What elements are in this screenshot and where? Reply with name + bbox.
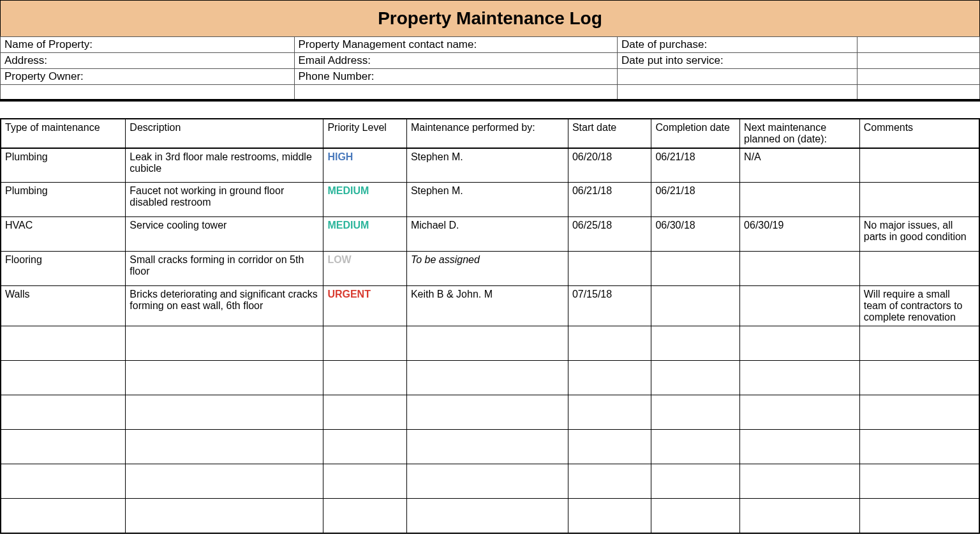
info-name-of-property[interactable]: Name of Property:	[1, 37, 295, 53]
cell-empty[interactable]	[740, 430, 860, 464]
cell-priority[interactable]: MEDIUM	[323, 183, 407, 217]
cell-type[interactable]: Walls	[1, 286, 126, 326]
cell-empty[interactable]	[568, 464, 651, 499]
cell-type[interactable]: Plumbing	[1, 183, 126, 217]
cell-description[interactable]: Small cracks forming in corridor on 5th …	[126, 252, 323, 286]
cell-empty[interactable]	[651, 464, 740, 499]
cell-empty[interactable]	[651, 430, 740, 464]
cell-comments[interactable]: No major issues, all parts in good condi…	[859, 217, 979, 252]
cell-empty[interactable]	[406, 499, 568, 533]
cell-empty[interactable]	[1, 430, 126, 464]
cell-priority[interactable]: MEDIUM	[323, 217, 407, 252]
cell-empty[interactable]	[1, 499, 126, 533]
cell-empty[interactable]	[323, 395, 407, 430]
cell-empty[interactable]	[126, 361, 323, 395]
cell-empty[interactable]	[740, 395, 860, 430]
cell-type[interactable]: HVAC	[1, 217, 126, 252]
info-email[interactable]: Email Address:	[294, 53, 618, 69]
cell-performed-by[interactable]: Michael D.	[406, 217, 568, 252]
info-blank[interactable]	[294, 85, 618, 100]
cell-start-date[interactable]: 06/20/18	[568, 148, 651, 183]
cell-empty[interactable]	[740, 499, 860, 533]
cell-empty[interactable]	[859, 326, 979, 361]
info-date-service[interactable]: Date put into service:	[618, 53, 858, 69]
cell-comments[interactable]	[859, 148, 979, 183]
cell-start-date[interactable]: 06/25/18	[568, 217, 651, 252]
cell-priority[interactable]: URGENT	[323, 286, 407, 326]
cell-empty[interactable]	[1, 326, 126, 361]
cell-empty[interactable]	[323, 464, 407, 499]
cell-comments[interactable]: Will require a small team of contractors…	[859, 286, 979, 326]
cell-comments[interactable]	[859, 252, 979, 286]
cell-comments[interactable]	[859, 183, 979, 217]
info-blank[interactable]	[858, 85, 980, 100]
cell-empty[interactable]	[651, 499, 740, 533]
cell-empty[interactable]	[651, 395, 740, 430]
cell-empty[interactable]	[651, 361, 740, 395]
cell-next-maintenance[interactable]	[740, 252, 860, 286]
cell-empty[interactable]	[323, 361, 407, 395]
info-blank[interactable]	[858, 69, 980, 85]
info-blank[interactable]	[858, 37, 980, 53]
cell-empty[interactable]	[568, 326, 651, 361]
info-owner[interactable]: Property Owner:	[1, 69, 295, 85]
cell-empty[interactable]	[859, 361, 979, 395]
cell-empty[interactable]	[406, 464, 568, 499]
cell-completion-date[interactable]	[651, 252, 740, 286]
cell-empty[interactable]	[859, 464, 979, 499]
cell-empty[interactable]	[1, 361, 126, 395]
cell-performed-by[interactable]: Stephen M.	[406, 183, 568, 217]
cell-empty[interactable]	[1, 464, 126, 499]
cell-next-maintenance[interactable]	[740, 286, 860, 326]
cell-description[interactable]: Service cooling tower	[126, 217, 323, 252]
cell-empty[interactable]	[406, 395, 568, 430]
cell-performed-by[interactable]: Stephen M.	[406, 148, 568, 183]
info-blank[interactable]	[618, 69, 858, 85]
cell-performed-by[interactable]: To be assigned	[406, 252, 568, 286]
info-blank[interactable]	[858, 53, 980, 69]
cell-empty[interactable]	[126, 464, 323, 499]
cell-empty[interactable]	[406, 326, 568, 361]
cell-next-maintenance[interactable]	[740, 183, 860, 217]
cell-next-maintenance[interactable]: 06/30/19	[740, 217, 860, 252]
cell-empty[interactable]	[740, 464, 860, 499]
cell-completion-date[interactable]: 06/21/18	[651, 183, 740, 217]
cell-empty[interactable]	[740, 326, 860, 361]
info-date-of-purchase[interactable]: Date of purchase:	[618, 37, 858, 53]
cell-empty[interactable]	[568, 499, 651, 533]
cell-empty[interactable]	[568, 430, 651, 464]
cell-empty[interactable]	[126, 430, 323, 464]
cell-description[interactable]: Faucet not working in ground floor disab…	[126, 183, 323, 217]
cell-empty[interactable]	[323, 430, 407, 464]
cell-empty[interactable]	[568, 361, 651, 395]
cell-empty[interactable]	[859, 395, 979, 430]
cell-type[interactable]: Flooring	[1, 252, 126, 286]
cell-empty[interactable]	[126, 499, 323, 533]
cell-empty[interactable]	[1, 395, 126, 430]
cell-empty[interactable]	[126, 326, 323, 361]
cell-empty[interactable]	[406, 361, 568, 395]
cell-performed-by[interactable]: Keith B & John. M	[406, 286, 568, 326]
cell-start-date[interactable]: 06/21/18	[568, 183, 651, 217]
cell-next-maintenance[interactable]: N/A	[740, 148, 860, 183]
cell-completion-date[interactable]	[651, 286, 740, 326]
cell-priority[interactable]: LOW	[323, 252, 407, 286]
cell-description[interactable]: Bricks deteriorating and significant cra…	[126, 286, 323, 326]
cell-empty[interactable]	[568, 395, 651, 430]
cell-empty[interactable]	[323, 326, 407, 361]
info-contact-name[interactable]: Property Management contact name:	[294, 37, 618, 53]
cell-empty[interactable]	[323, 499, 407, 533]
info-blank[interactable]	[618, 85, 858, 100]
cell-empty[interactable]	[126, 395, 323, 430]
cell-start-date[interactable]	[568, 252, 651, 286]
cell-description[interactable]: Leak in 3rd floor male restrooms, middle…	[126, 148, 323, 183]
info-phone[interactable]: Phone Number:	[294, 69, 618, 85]
cell-empty[interactable]	[859, 430, 979, 464]
info-blank[interactable]	[1, 85, 295, 100]
cell-priority[interactable]: HIGH	[323, 148, 407, 183]
cell-completion-date[interactable]: 06/30/18	[651, 217, 740, 252]
cell-start-date[interactable]: 07/15/18	[568, 286, 651, 326]
cell-completion-date[interactable]: 06/21/18	[651, 148, 740, 183]
cell-empty[interactable]	[651, 326, 740, 361]
cell-empty[interactable]	[859, 499, 979, 533]
